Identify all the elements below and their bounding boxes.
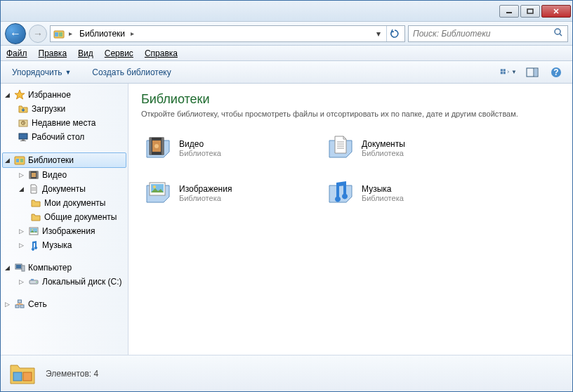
svg-rect-1	[527, 9, 533, 13]
svg-rect-18	[19, 133, 27, 139]
library-type: Библиотека	[179, 194, 232, 202]
svg-rect-8	[503, 69, 506, 71]
close-icon	[553, 8, 560, 14]
star-icon	[14, 89, 25, 100]
library-item-videos[interactable]: Видео Библиотека	[141, 132, 303, 164]
search-input[interactable]	[413, 29, 553, 39]
library-name: Музыка	[362, 184, 404, 194]
svg-rect-22	[16, 159, 19, 162]
tree-music[interactable]: ▷ Музыка	[2, 238, 126, 252]
tree-favorites[interactable]: ◢ Избранное	[2, 88, 126, 102]
refresh-button[interactable]	[386, 26, 402, 41]
help-button[interactable]: ?	[547, 65, 565, 80]
expander-icon[interactable]: ◢	[18, 185, 25, 193]
minimize-button[interactable]	[499, 5, 519, 18]
organize-button[interactable]: Упорядочить ▼	[8, 65, 75, 80]
tree-downloads[interactable]: Загрузки	[2, 102, 126, 116]
svg-rect-26	[37, 171, 38, 178]
preview-pane-button[interactable]	[523, 65, 541, 80]
maximize-button[interactable]	[520, 5, 540, 18]
view-icon	[500, 67, 510, 77]
library-item-pictures[interactable]: Изображения Библиотека	[141, 177, 303, 209]
expander-icon[interactable]: ▷	[18, 278, 25, 286]
svg-text:?: ?	[553, 67, 558, 77]
svg-rect-20	[20, 141, 26, 141]
close-button[interactable]	[541, 5, 571, 18]
address-dropdown[interactable]: ▾	[374, 29, 383, 39]
library-grid: Видео Библиотека Документы Библиотека	[141, 132, 560, 209]
menu-view[interactable]: Вид	[78, 48, 93, 58]
tree-documents[interactable]: ◢ Документы	[2, 182, 126, 196]
tree-network[interactable]: ▷ Сеть	[2, 297, 126, 311]
search-icon[interactable]	[553, 27, 563, 39]
tree-pictures[interactable]: ▷ Изображения	[2, 224, 126, 238]
tree-label: Документы	[42, 184, 86, 194]
view-options-button[interactable]: ▼	[499, 65, 518, 80]
library-item-documents[interactable]: Документы Библиотека	[324, 132, 485, 164]
tree-computer[interactable]: ◢ Компьютер	[2, 261, 126, 275]
window-controls	[499, 5, 571, 18]
tree-group-favorites: ◢ Избранное Загрузки Недавние места Рабо…	[2, 88, 126, 144]
svg-rect-10	[503, 72, 506, 74]
svg-point-38	[36, 282, 37, 283]
content-pane: Библиотеки Откройте библиотеку, чтобы пр…	[129, 84, 572, 355]
new-library-button[interactable]: Создать библиотеку	[88, 65, 175, 80]
tree-group-network: ▷ Сеть	[2, 297, 126, 311]
menu-file[interactable]: Файл	[6, 48, 27, 58]
svg-rect-7	[501, 69, 503, 71]
breadcrumb-item[interactable]: Библиотеки	[77, 27, 128, 40]
tree-videos[interactable]: ▷ Видео	[2, 168, 126, 182]
tree-label: Загрузки	[32, 104, 65, 114]
search-box[interactable]	[408, 25, 568, 42]
network-icon	[14, 299, 25, 310]
library-item-text: Видео Библиотека	[179, 139, 221, 157]
expander-icon[interactable]: ◢	[4, 264, 11, 272]
menu-help[interactable]: Справка	[145, 48, 178, 58]
tree-local-disk-c[interactable]: ▷ Локальный диск (C:)	[2, 275, 126, 289]
tree-label: Избранное	[28, 90, 71, 100]
svg-rect-55	[13, 372, 22, 381]
tree-label: Общие документы	[44, 212, 117, 222]
expander-icon[interactable]: ▷	[18, 242, 25, 249]
library-item-text: Документы Библиотека	[362, 139, 405, 157]
expander-icon[interactable]: ◢	[4, 157, 11, 164]
downloads-icon	[18, 103, 29, 115]
svg-line-6	[560, 34, 562, 36]
chevron-right-icon[interactable]: ▸	[67, 30, 74, 37]
tree-my-documents[interactable]: Мои документы	[2, 196, 126, 210]
svg-rect-41	[20, 305, 24, 308]
menu-tools[interactable]: Сервис	[105, 48, 133, 58]
expander-icon[interactable]: ◢	[4, 91, 11, 99]
tree-recent[interactable]: Недавние места	[2, 116, 126, 130]
svg-rect-0	[506, 12, 512, 13]
titlebar	[1, 1, 572, 22]
details-pane: Элементов: 4	[1, 355, 572, 391]
back-button[interactable]: ←	[5, 23, 26, 44]
tree-desktop[interactable]: Рабочий стол	[2, 130, 126, 144]
svg-rect-9	[501, 72, 503, 74]
minimize-icon	[506, 8, 513, 14]
status-text: Элементов: 4	[46, 369, 98, 379]
tree-libraries[interactable]: ◢ Библиотеки	[2, 152, 126, 168]
svg-rect-3	[55, 32, 58, 37]
svg-rect-35	[16, 265, 21, 268]
tree-public-documents[interactable]: Общие документы	[2, 210, 126, 224]
forward-button[interactable]: →	[29, 25, 47, 43]
tree-label: Компьютер	[28, 263, 72, 273]
pictures-library-icon	[143, 178, 172, 208]
expander-icon[interactable]: ▷	[18, 171, 25, 179]
expander-icon[interactable]: ▷	[4, 301, 11, 308]
toolbar-right: ▼ ?	[499, 65, 565, 80]
music-icon	[28, 240, 39, 251]
library-item-music[interactable]: Музыка Библиотека	[324, 177, 485, 209]
svg-rect-45	[162, 138, 164, 155]
library-type: Библиотека	[362, 149, 405, 157]
chevron-right-icon[interactable]: ▸	[129, 30, 136, 37]
navigation-bar: ← → ▸ Библиотеки ▸ ▾	[1, 22, 572, 46]
tree-label: Музыка	[42, 240, 72, 250]
menu-bar: Файл Правка Вид Сервис Справка	[1, 46, 572, 61]
expander-icon[interactable]: ▷	[18, 228, 25, 235]
menu-edit[interactable]: Правка	[39, 48, 67, 58]
recent-places-icon	[18, 117, 29, 129]
address-bar[interactable]: ▸ Библиотеки ▸ ▾	[50, 25, 405, 42]
